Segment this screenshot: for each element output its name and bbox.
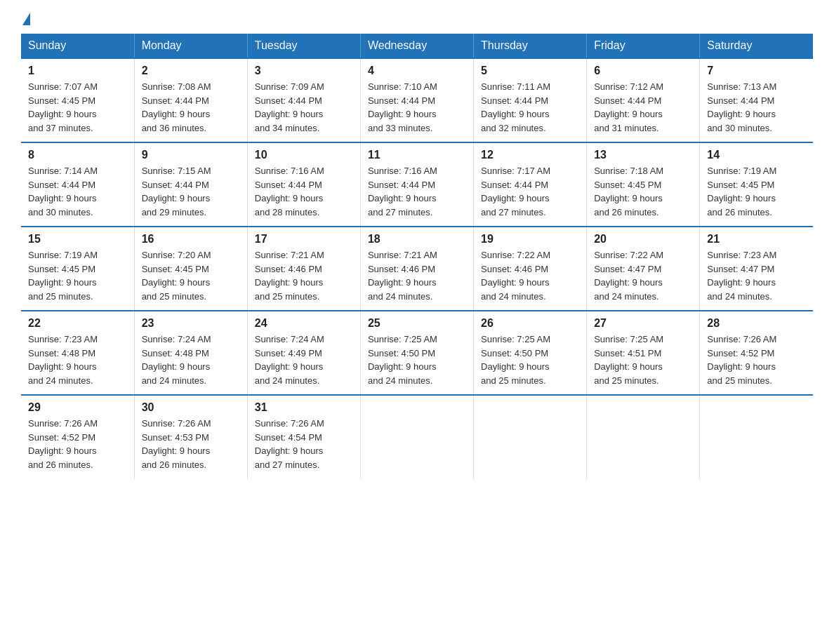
day-number: 30 (142, 401, 240, 414)
weekday-header-wednesday: Wednesday (360, 34, 473, 58)
day-number: 11 (368, 149, 466, 161)
day-info: Sunrise: 7:23 AMSunset: 4:48 PMDaylight:… (28, 333, 127, 387)
calendar-cell: 19 Sunrise: 7:22 AMSunset: 4:46 PMDaylig… (474, 227, 587, 311)
calendar-cell: 28 Sunrise: 7:26 AMSunset: 4:52 PMDaylig… (700, 311, 813, 395)
calendar-cell: 30 Sunrise: 7:26 AMSunset: 4:53 PMDaylig… (134, 395, 247, 479)
day-info: Sunrise: 7:10 AMSunset: 4:44 PMDaylight:… (368, 80, 466, 135)
day-info: Sunrise: 7:11 AMSunset: 4:44 PMDaylight:… (481, 80, 579, 135)
calendar-cell (474, 395, 587, 479)
day-number: 13 (594, 149, 692, 161)
day-number: 24 (255, 317, 353, 330)
day-number: 16 (142, 233, 240, 246)
day-info: Sunrise: 7:16 AMSunset: 4:44 PMDaylight:… (255, 164, 353, 219)
day-info: Sunrise: 7:25 AMSunset: 4:50 PMDaylight:… (481, 333, 579, 387)
day-info: Sunrise: 7:21 AMSunset: 4:46 PMDaylight:… (368, 248, 466, 303)
calendar-cell: 22 Sunrise: 7:23 AMSunset: 4:48 PMDaylig… (21, 311, 134, 395)
calendar-cell: 1 Sunrise: 7:07 AMSunset: 4:45 PMDayligh… (21, 58, 134, 142)
day-number: 17 (255, 233, 353, 246)
calendar-cell: 23 Sunrise: 7:24 AMSunset: 4:48 PMDaylig… (134, 311, 247, 395)
day-number: 19 (481, 233, 579, 246)
weekday-header-friday: Friday (587, 34, 700, 58)
day-info: Sunrise: 7:21 AMSunset: 4:46 PMDaylight:… (255, 248, 353, 303)
day-number: 8 (28, 149, 127, 161)
day-info: Sunrise: 7:09 AMSunset: 4:44 PMDaylight:… (255, 80, 353, 135)
calendar-cell: 4 Sunrise: 7:10 AMSunset: 4:44 PMDayligh… (360, 58, 473, 142)
logo (21, 14, 30, 21)
day-number: 27 (594, 317, 692, 330)
calendar-week-4: 22 Sunrise: 7:23 AMSunset: 4:48 PMDaylig… (21, 311, 813, 395)
calendar-cell: 14 Sunrise: 7:19 AMSunset: 4:45 PMDaylig… (700, 142, 813, 227)
day-info: Sunrise: 7:26 AMSunset: 4:54 PMDaylight:… (255, 417, 353, 471)
calendar-table: SundayMondayTuesdayWednesdayThursdayFrid… (21, 34, 813, 479)
page-header (21, 14, 813, 21)
day-info: Sunrise: 7:26 AMSunset: 4:52 PMDaylight:… (707, 333, 806, 387)
calendar-cell: 25 Sunrise: 7:25 AMSunset: 4:50 PMDaylig… (360, 311, 473, 395)
day-info: Sunrise: 7:23 AMSunset: 4:47 PMDaylight:… (707, 248, 806, 303)
weekday-header-tuesday: Tuesday (247, 34, 360, 58)
calendar-cell: 6 Sunrise: 7:12 AMSunset: 4:44 PMDayligh… (587, 58, 700, 142)
day-number: 7 (707, 65, 806, 77)
day-info: Sunrise: 7:26 AMSunset: 4:52 PMDaylight:… (28, 417, 127, 471)
calendar-cell: 9 Sunrise: 7:15 AMSunset: 4:44 PMDayligh… (134, 142, 247, 227)
day-number: 9 (142, 149, 240, 161)
weekday-header-saturday: Saturday (700, 34, 813, 58)
calendar-week-2: 8 Sunrise: 7:14 AMSunset: 4:44 PMDayligh… (21, 142, 813, 227)
day-number: 12 (481, 149, 579, 161)
calendar-cell: 29 Sunrise: 7:26 AMSunset: 4:52 PMDaylig… (21, 395, 134, 479)
calendar-cell: 27 Sunrise: 7:25 AMSunset: 4:51 PMDaylig… (587, 311, 700, 395)
day-number: 1 (28, 65, 127, 77)
calendar-week-3: 15 Sunrise: 7:19 AMSunset: 4:45 PMDaylig… (21, 227, 813, 311)
calendar-cell: 7 Sunrise: 7:13 AMSunset: 4:44 PMDayligh… (700, 58, 813, 142)
calendar-cell: 15 Sunrise: 7:19 AMSunset: 4:45 PMDaylig… (21, 227, 134, 311)
day-number: 25 (368, 317, 466, 330)
calendar-cell: 13 Sunrise: 7:18 AMSunset: 4:45 PMDaylig… (587, 142, 700, 227)
calendar-cell (587, 395, 700, 479)
day-number: 4 (368, 65, 466, 77)
day-number: 15 (28, 233, 127, 246)
day-number: 10 (255, 149, 353, 161)
day-number: 21 (707, 233, 806, 246)
calendar-week-1: 1 Sunrise: 7:07 AMSunset: 4:45 PMDayligh… (21, 58, 813, 142)
calendar-cell: 11 Sunrise: 7:16 AMSunset: 4:44 PMDaylig… (360, 142, 473, 227)
calendar-cell: 17 Sunrise: 7:21 AMSunset: 4:46 PMDaylig… (247, 227, 360, 311)
day-info: Sunrise: 7:12 AMSunset: 4:44 PMDaylight:… (594, 80, 692, 135)
calendar-cell: 21 Sunrise: 7:23 AMSunset: 4:47 PMDaylig… (700, 227, 813, 311)
calendar-header: SundayMondayTuesdayWednesdayThursdayFrid… (21, 34, 813, 58)
day-number: 14 (707, 149, 806, 161)
logo-triangle-icon (22, 13, 30, 25)
day-number: 22 (28, 317, 127, 330)
day-number: 26 (481, 317, 579, 330)
day-number: 18 (368, 233, 466, 246)
day-number: 23 (142, 317, 240, 330)
calendar-cell: 2 Sunrise: 7:08 AMSunset: 4:44 PMDayligh… (134, 58, 247, 142)
day-info: Sunrise: 7:15 AMSunset: 4:44 PMDaylight:… (142, 164, 240, 219)
calendar-cell: 16 Sunrise: 7:20 AMSunset: 4:45 PMDaylig… (134, 227, 247, 311)
day-number: 28 (707, 317, 806, 330)
weekday-header-thursday: Thursday (474, 34, 587, 58)
day-info: Sunrise: 7:07 AMSunset: 4:45 PMDaylight:… (28, 80, 127, 135)
day-info: Sunrise: 7:13 AMSunset: 4:44 PMDaylight:… (707, 80, 806, 135)
day-info: Sunrise: 7:22 AMSunset: 4:46 PMDaylight:… (481, 248, 579, 303)
calendar-cell: 8 Sunrise: 7:14 AMSunset: 4:44 PMDayligh… (21, 142, 134, 227)
weekday-header-sunday: Sunday (21, 34, 134, 58)
calendar-cell (360, 395, 473, 479)
calendar-cell: 10 Sunrise: 7:16 AMSunset: 4:44 PMDaylig… (247, 142, 360, 227)
day-info: Sunrise: 7:25 AMSunset: 4:50 PMDaylight:… (368, 333, 466, 387)
calendar-week-5: 29 Sunrise: 7:26 AMSunset: 4:52 PMDaylig… (21, 395, 813, 479)
calendar-cell: 26 Sunrise: 7:25 AMSunset: 4:50 PMDaylig… (474, 311, 587, 395)
calendar-cell: 31 Sunrise: 7:26 AMSunset: 4:54 PMDaylig… (247, 395, 360, 479)
calendar-cell: 5 Sunrise: 7:11 AMSunset: 4:44 PMDayligh… (474, 58, 587, 142)
day-info: Sunrise: 7:14 AMSunset: 4:44 PMDaylight:… (28, 164, 127, 219)
day-number: 3 (255, 65, 353, 77)
calendar-cell: 12 Sunrise: 7:17 AMSunset: 4:44 PMDaylig… (474, 142, 587, 227)
weekday-header-monday: Monday (134, 34, 247, 58)
day-number: 2 (142, 65, 240, 77)
day-info: Sunrise: 7:19 AMSunset: 4:45 PMDaylight:… (28, 248, 127, 303)
day-info: Sunrise: 7:18 AMSunset: 4:45 PMDaylight:… (594, 164, 692, 219)
day-number: 5 (481, 65, 579, 77)
day-info: Sunrise: 7:22 AMSunset: 4:47 PMDaylight:… (594, 248, 692, 303)
day-info: Sunrise: 7:20 AMSunset: 4:45 PMDaylight:… (142, 248, 240, 303)
day-info: Sunrise: 7:26 AMSunset: 4:53 PMDaylight:… (142, 417, 240, 471)
calendar-cell: 18 Sunrise: 7:21 AMSunset: 4:46 PMDaylig… (360, 227, 473, 311)
calendar-cell: 24 Sunrise: 7:24 AMSunset: 4:49 PMDaylig… (247, 311, 360, 395)
